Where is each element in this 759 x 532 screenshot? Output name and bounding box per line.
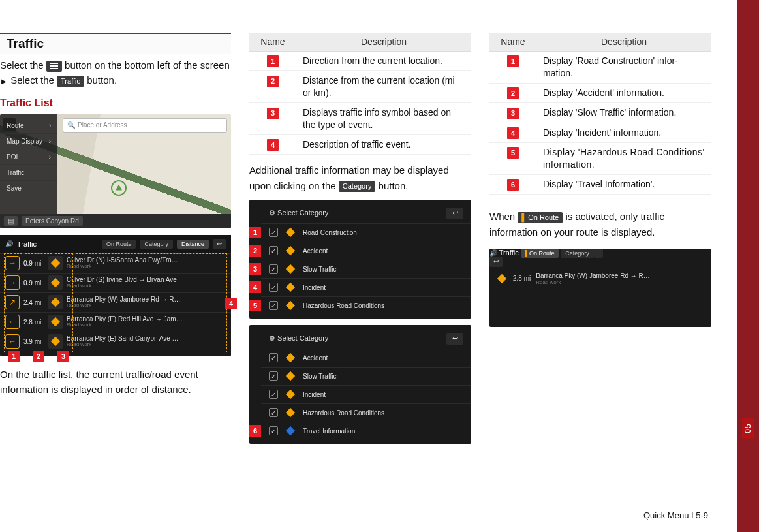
accident-icon: [285, 245, 296, 257]
row-num-4: 4: [267, 139, 279, 151]
intro-text-d: button.: [87, 74, 117, 86]
event-sub: Road work: [67, 283, 226, 289]
checkbox-icon[interactable]: ✓: [269, 264, 278, 274]
callout-3: 3: [57, 351, 69, 362]
category-button[interactable]: Category: [339, 181, 376, 192]
category-row[interactable]: 3✓Slow Traffic: [261, 260, 471, 278]
category-row[interactable]: ✓Incident: [261, 385, 471, 403]
th-name: Name: [489, 33, 536, 52]
tab-category[interactable]: Category: [140, 240, 173, 249]
tab-on-route[interactable]: On Route: [102, 240, 136, 249]
event-sub: Road work: [536, 279, 705, 285]
checkbox-icon[interactable]: ✓: [269, 283, 278, 292]
checkbox-icon[interactable]: ✓: [269, 353, 278, 362]
category-label: Road Construction: [303, 229, 357, 236]
category-row[interactable]: ✓Accident: [261, 349, 471, 367]
category-row[interactable]: ✓Slow Traffic: [261, 367, 471, 385]
category-paragraph: Additional traffic information may be di…: [249, 163, 471, 193]
checkbox-icon[interactable]: ✓: [269, 390, 278, 399]
checkbox-icon[interactable]: ✓: [269, 371, 278, 381]
event-sub: Road work: [67, 303, 226, 309]
row-desc: Direction from the current location.: [296, 52, 471, 71]
search-placeholder: Place or Address: [78, 121, 127, 129]
event-symbol-icon: [496, 273, 508, 285]
map-menu-display[interactable]: Map Display›: [0, 134, 57, 149]
distance-value: 0.9 mi: [23, 279, 48, 287]
event-symbol-icon: [48, 275, 63, 290]
tab-category[interactable]: Category: [561, 249, 594, 258]
callout-1: 1: [8, 351, 20, 362]
checkbox-icon[interactable]: ✓: [269, 246, 278, 255]
back-icon[interactable]: ↩: [446, 333, 463, 345]
direction-icon: ↗: [5, 295, 20, 309]
event-title: Barranca Pky (W) Jamboree Rd → R…: [536, 272, 705, 279]
layers-icon[interactable]: ▤: [4, 216, 18, 226]
map-menu-save[interactable]: Save: [0, 181, 57, 196]
category-row[interactable]: 2✓Accident: [261, 242, 471, 260]
traffic-list-caption: On the traffic list, the current traffic…: [0, 367, 231, 398]
back-icon[interactable]: ↩: [446, 208, 463, 219]
traffic-row[interactable]: ↗ 2.4 mi Barranca Pky (W) Jamboree Rd → …: [0, 292, 231, 312]
category-label: Incident: [303, 391, 326, 398]
on-route-button[interactable]: ▌On Route: [518, 212, 563, 223]
triangle-icon: ▶: [1, 78, 7, 85]
traffic-row[interactable]: ← 3.9 mi Barranca Pky (E) Sand Canyon Av…: [0, 332, 231, 351]
category-row[interactable]: 5✓Hazardous Road Conditions: [261, 296, 471, 315]
row-desc: Description of traffic event.: [296, 134, 471, 154]
hazardous-icon: [285, 407, 296, 418]
direction-icon: →: [5, 256, 20, 270]
traffic-row[interactable]: 2.8 mi Barranca Pky (W) Jamboree Rd → R……: [496, 270, 705, 288]
th-desc: Description: [296, 33, 471, 52]
checkbox-icon[interactable]: ✓: [269, 301, 278, 310]
event-sub: Road work: [67, 322, 226, 328]
distance-value: 2.4 mi: [23, 299, 48, 306]
category-label: Slow Traffic: [303, 266, 337, 273]
checkbox-icon[interactable]: ✓: [269, 426, 278, 435]
traffic-button[interactable]: Traffic: [57, 76, 84, 87]
callout-5: 5: [249, 300, 261, 311]
intro-text-b: button on the bottom left of the screen: [65, 59, 230, 70]
on-route-screenshot: 🔊 Traffic ▌On Route Category ↩ 2.8 mi Ba…: [489, 249, 711, 327]
traffic-row[interactable]: → 0.9 mi Culver Dr (S) Irvine Blvd → Bry…: [0, 273, 231, 292]
back-icon[interactable]: ↩: [213, 239, 226, 249]
category-row[interactable]: 6✓Travel Information: [261, 422, 471, 440]
menu-icon-button[interactable]: [46, 61, 62, 72]
distance-value: 3.9 mi: [23, 338, 48, 345]
row-num-1: 1: [267, 55, 279, 67]
category-row[interactable]: 1✓Road Construction: [261, 223, 471, 242]
event-symbol-icon: [48, 315, 63, 329]
map-menu-traffic[interactable]: Traffic: [0, 165, 57, 181]
checkbox-icon[interactable]: ✓: [269, 228, 278, 237]
tab-on-route[interactable]: ▌On Route: [521, 249, 559, 258]
row-num-4: 4: [507, 127, 519, 139]
chevron-right-icon: ›: [49, 138, 51, 145]
category-label: Accident: [303, 247, 328, 255]
intro-paragraph: Select the button on the bottom left of …: [0, 57, 231, 88]
map-menu-route[interactable]: Route›: [0, 118, 57, 134]
category-label: Slow Traffic: [303, 373, 337, 380]
travel-info-icon: [285, 425, 296, 437]
location-chip[interactable]: Peters Canyon Rd: [22, 216, 83, 226]
category-row[interactable]: 4✓Incident: [261, 278, 471, 296]
callout-6: 6: [249, 425, 261, 437]
category-row[interactable]: ✓Hazardous Road Conditions: [261, 403, 471, 422]
back-icon[interactable]: ↩: [489, 257, 503, 267]
chapter-number: 05: [742, 418, 754, 438]
distance-value: 2.8 mi: [513, 275, 531, 282]
traffic-row[interactable]: → 0.9 mi Culver Dr (N) I-5/Santa Ana Fwy…: [0, 253, 231, 273]
on-route-paragraph: When ▌On Route is activated, only traffi…: [489, 209, 711, 240]
traffic-title: Traffic: [499, 249, 519, 257]
row-desc: Displays traffic info symbol based on th…: [296, 103, 471, 135]
tab-distance[interactable]: Distance: [177, 240, 209, 249]
event-symbol-icon: [48, 334, 63, 349]
traffic-row[interactable]: ← 2.8 mi Barranca Pky (E) Red Hill Ave →…: [0, 312, 231, 332]
description-table-1: NameDescription 1Direction from the curr…: [249, 33, 471, 155]
incident-icon: [285, 281, 296, 293]
callout-4: 4: [249, 281, 261, 293]
checkbox-icon[interactable]: ✓: [269, 408, 278, 417]
map-menu-poi[interactable]: POI›: [0, 149, 57, 165]
select-category-title: Select Category: [277, 334, 328, 342]
speaker-icon: 🔊: [5, 240, 13, 247]
search-input[interactable]: 🔍 Place or Address: [63, 118, 227, 133]
event-symbol-icon: [48, 295, 63, 309]
